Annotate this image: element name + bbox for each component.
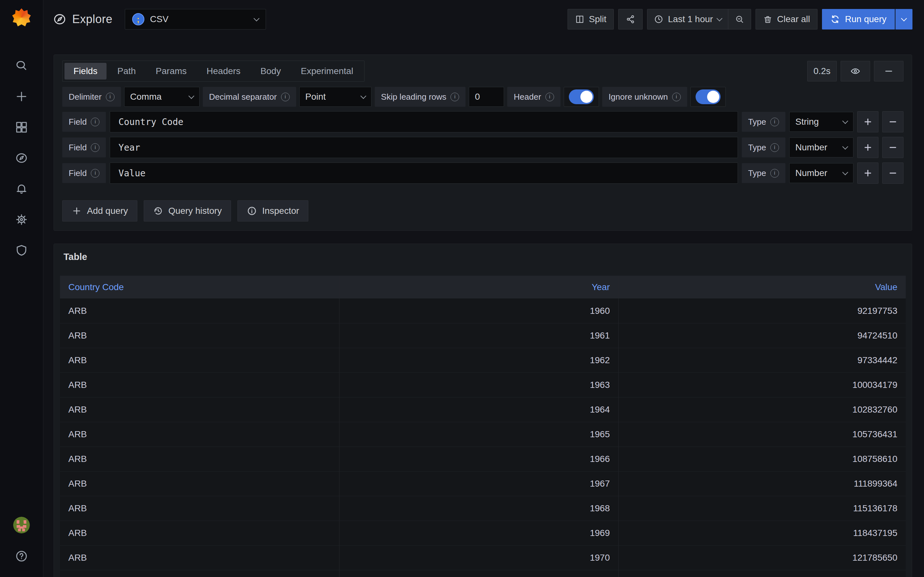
inspector-label: Inspector xyxy=(262,206,299,216)
field-type-select[interactable]: Number xyxy=(789,137,853,157)
skip-rows-input[interactable] xyxy=(469,87,504,107)
ignore-unknown-toggle[interactable] xyxy=(696,89,720,104)
decimal-value: Point xyxy=(305,92,326,102)
header-toggle-box xyxy=(564,87,599,107)
settings-gear-icon[interactable] xyxy=(15,213,28,226)
tab-headers[interactable]: Headers xyxy=(198,63,250,79)
field-row: Field i Type i Number xyxy=(62,137,903,158)
search-icon[interactable] xyxy=(15,59,28,73)
info-icon[interactable]: i xyxy=(91,169,99,177)
chevron-down-icon xyxy=(901,15,907,21)
trash-icon xyxy=(763,15,772,24)
query-history-button[interactable]: Query history xyxy=(144,200,231,221)
field-type-select[interactable]: Number xyxy=(789,163,853,183)
table-cell: 1970 xyxy=(339,546,618,570)
remove-field-button[interactable] xyxy=(882,163,903,184)
table-cell: 1969 xyxy=(339,521,618,545)
info-icon[interactable]: i xyxy=(771,118,779,126)
explore-compass-icon[interactable] xyxy=(15,151,28,165)
remove-field-button[interactable] xyxy=(882,111,903,132)
tab-body[interactable]: Body xyxy=(252,63,290,79)
add-query-label: Add query xyxy=(87,206,128,216)
info-icon[interactable]: i xyxy=(771,169,779,177)
time-range-label: Last 1 hour xyxy=(668,14,713,24)
table-cell: ARB xyxy=(60,298,339,323)
skip-rows-label: Skip leading rows i xyxy=(375,87,466,107)
table-cell: 115136178 xyxy=(618,496,906,521)
column-header-country-code[interactable]: Country Code xyxy=(60,276,339,298)
column-header-year[interactable]: Year xyxy=(339,276,618,298)
hide-response-button[interactable] xyxy=(841,61,870,81)
info-icon[interactable]: i xyxy=(451,93,459,101)
alerting-bell-icon[interactable] xyxy=(15,182,28,195)
type-label: Type i xyxy=(742,163,785,183)
type-label: Type i xyxy=(742,137,785,157)
grafana-logo-icon[interactable] xyxy=(12,8,31,27)
add-field-button[interactable] xyxy=(857,111,879,132)
add-field-button[interactable] xyxy=(857,163,879,184)
split-button[interactable]: Split xyxy=(567,9,614,29)
time-range-button[interactable]: Last 1 hour xyxy=(648,9,728,29)
column-header-value[interactable]: Value xyxy=(618,276,906,298)
table-cell: 102832760 xyxy=(618,398,906,422)
table-cell: ARB xyxy=(60,546,339,570)
add-query-button[interactable]: Add query xyxy=(62,200,137,221)
chevron-down-icon xyxy=(842,143,848,149)
history-icon xyxy=(153,206,163,216)
table-row: ARB1963100034179 xyxy=(60,372,906,397)
header-toggle[interactable] xyxy=(569,89,594,104)
field-type-select[interactable]: String xyxy=(789,112,853,132)
table-header-row: Country Code Year Value xyxy=(60,276,906,298)
add-icon[interactable] xyxy=(15,90,28,103)
plus-icon xyxy=(71,206,82,216)
admin-shield-icon[interactable] xyxy=(15,243,28,257)
datasource-name: CSV xyxy=(150,14,169,24)
run-query-button[interactable]: Run query xyxy=(822,9,895,29)
run-query-dropdown-button[interactable] xyxy=(895,9,913,29)
info-icon[interactable]: i xyxy=(91,118,99,126)
zoom-out-button[interactable] xyxy=(728,9,751,29)
datasource-picker[interactable]: ; CSV xyxy=(125,9,266,29)
chevron-down-icon xyxy=(842,169,848,175)
inspector-button[interactable]: Inspector xyxy=(237,200,309,221)
field-name-input[interactable] xyxy=(110,111,738,132)
query-duration-badge: 0.2s xyxy=(807,61,837,81)
info-icon[interactable]: i xyxy=(771,143,779,152)
field-label-text: Field xyxy=(69,117,87,127)
decimal-separator-select[interactable]: Point xyxy=(299,87,372,107)
share-button[interactable] xyxy=(618,9,643,29)
field-label-text: Field xyxy=(69,143,87,153)
tab-experimental[interactable]: Experimental xyxy=(292,63,362,79)
remove-field-button[interactable] xyxy=(882,137,903,158)
csv-options-row: Delimiter i Comma Decimal separator i Po… xyxy=(62,87,903,107)
add-field-button[interactable] xyxy=(857,137,879,158)
tab-params[interactable]: Params xyxy=(147,63,195,79)
clear-all-label: Clear all xyxy=(777,14,810,24)
info-icon[interactable]: i xyxy=(672,93,681,101)
dashboards-icon[interactable] xyxy=(15,121,28,134)
clear-all-button[interactable]: Clear all xyxy=(756,9,817,29)
table-cell: 92197753 xyxy=(618,298,906,323)
tab-fields[interactable]: Fields xyxy=(65,63,107,79)
table-cell: 1963 xyxy=(339,373,618,397)
info-icon[interactable]: i xyxy=(91,143,99,152)
nav-sidebar xyxy=(0,0,43,577)
info-icon[interactable]: i xyxy=(545,93,554,101)
user-avatar[interactable] xyxy=(13,517,30,533)
info-icon[interactable]: i xyxy=(106,93,115,101)
tab-path[interactable]: Path xyxy=(108,63,145,79)
field-name-input[interactable] xyxy=(110,163,738,184)
query-footer-actions: Add query Query history Inspector xyxy=(62,200,903,221)
field-name-input[interactable] xyxy=(110,137,738,158)
share-icon xyxy=(626,15,635,24)
table-row: ARB196092197753 xyxy=(60,298,906,323)
ignore-unknown-label: Ignore unknown i xyxy=(602,87,687,107)
table-cell: 1965 xyxy=(339,422,618,446)
help-icon[interactable] xyxy=(15,550,28,563)
delimiter-select[interactable]: Comma xyxy=(124,87,200,107)
collapse-query-button[interactable] xyxy=(874,61,903,81)
info-circle-icon xyxy=(247,206,257,216)
info-icon[interactable]: i xyxy=(281,93,290,101)
table-cell: 121785650 xyxy=(618,546,906,570)
compass-icon xyxy=(53,13,66,26)
